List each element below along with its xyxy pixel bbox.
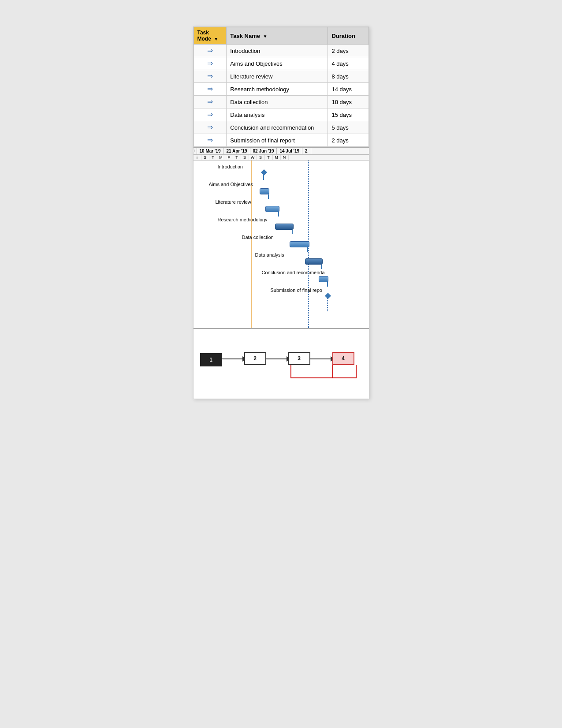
duration-header: Duration xyxy=(328,27,368,45)
duration-label: 8 days xyxy=(331,73,348,80)
gantt-label-conclusion: Conclusion and recommenda xyxy=(262,270,325,275)
table-row: ⇒Research methodology14 days xyxy=(194,83,368,96)
task-name-cell: Introduction xyxy=(227,45,328,57)
task-mode-icon: ⇒ xyxy=(207,60,213,67)
duration-cell: 14 days xyxy=(328,83,368,96)
task-mode-icon: ⇒ xyxy=(207,47,213,54)
bar-research xyxy=(275,224,294,230)
date-block-2: 21 Apr '19 xyxy=(223,148,250,154)
task-name-label: Data analysis xyxy=(230,112,264,118)
workflow-box-4: 4 xyxy=(332,352,354,365)
bar-data-collection xyxy=(290,241,309,247)
duration-label: 2 days xyxy=(331,48,348,54)
table-row: ⇒Submission of final report2 days xyxy=(194,134,368,147)
task-mode-icon: ⇒ xyxy=(207,98,213,105)
duration-cell: 18 days xyxy=(328,96,368,108)
task-mode-cell: ⇒ xyxy=(194,83,227,96)
duration-cell: 8 days xyxy=(328,70,368,83)
duration-label: 18 days xyxy=(331,99,352,105)
gantt-body: Introduction Aims and Objectives Literat… xyxy=(194,161,369,328)
task-name-cell: Data analysis xyxy=(227,108,328,121)
table-row: ⇒Literature review8 days xyxy=(194,70,368,83)
date-block-4: 14 Jul '19 xyxy=(277,148,302,154)
bar-conclusion xyxy=(319,276,328,282)
task-name-label: Literature review xyxy=(230,73,272,80)
workflow-box-1: 1 xyxy=(200,353,222,366)
table-row: ⇒Conclusion and recommendation5 days xyxy=(194,121,368,134)
table-row: ⇒Introduction2 days xyxy=(194,45,368,57)
task-mode-cell: ⇒ xyxy=(194,70,227,83)
task-name-header: Task Name ▼ xyxy=(227,27,328,45)
workflow-section: 1 2 3 4 xyxy=(194,328,369,399)
task-mode-cell: ⇒ xyxy=(194,57,227,70)
task-mode-cell: ⇒ xyxy=(194,121,227,134)
arrow-1-2 xyxy=(222,358,243,359)
gantt-label-research: Research methodology xyxy=(218,217,268,222)
duration-label: 4 days xyxy=(331,60,348,67)
table-row: ⇒Aims and Objectives4 days xyxy=(194,57,368,70)
date-block-3: 02 Jun '19 xyxy=(250,148,277,154)
task-mode-icon: ⇒ xyxy=(207,124,213,131)
date-block-1: 10 Mar '19 xyxy=(197,148,224,154)
bar-data-analysis xyxy=(305,258,323,265)
task-mode-cell: ⇒ xyxy=(194,108,227,121)
duration-cell: 2 days xyxy=(328,134,368,147)
task-name-label: Submission of final report xyxy=(230,137,295,144)
bar-aims xyxy=(260,188,269,194)
timeline-days-row: i S T M F T S W S T M N xyxy=(194,155,369,161)
task-name-label: Data collection xyxy=(230,99,268,105)
duration-label: 15 days xyxy=(331,112,352,118)
task-name-cell: Conclusion and recommendation xyxy=(227,121,328,134)
milestone-submission xyxy=(324,293,331,299)
duration-label: 2 days xyxy=(331,137,348,144)
task-name-label: Aims and Objectives xyxy=(230,60,283,67)
duration-label: 5 days xyxy=(331,124,348,131)
task-name-cell: Data collection xyxy=(227,96,328,108)
task-mode-cell: ⇒ xyxy=(194,134,227,147)
table-row: ⇒Data collection18 days xyxy=(194,96,368,108)
gantt-label-submission: Submission of final repo xyxy=(271,287,322,293)
feedback-loop-left xyxy=(290,365,291,378)
task-name-cell: Research methodology xyxy=(227,83,328,96)
workflow-box-3: 3 xyxy=(288,352,310,365)
task-mode-icon: ⇒ xyxy=(207,73,213,80)
date-block-5: 2 xyxy=(302,148,311,154)
task-mode-cell: ⇒ xyxy=(194,96,227,108)
bar-lit xyxy=(265,206,279,212)
duration-cell: 4 days xyxy=(328,57,368,70)
gantt-label-introduction: Introduction xyxy=(218,164,243,169)
task-name-cell: Aims and Objectives xyxy=(227,57,328,70)
task-mode-cell: ⇒ xyxy=(194,45,227,57)
task-name-label: Introduction xyxy=(230,48,260,54)
task-mode-icon: ⇒ xyxy=(207,111,213,118)
arrow-3-4 xyxy=(310,358,331,359)
feedback-loop-bottom xyxy=(290,377,357,378)
gantt-label-data-analysis: Data analysis xyxy=(255,252,284,258)
task-name-label: Conclusion and recommendation xyxy=(230,124,314,131)
table-row: ⇒Data analysis15 days xyxy=(194,108,368,121)
gantt-label-lit: Literature review xyxy=(216,199,251,205)
task-mode-header: Task Mode ▼ xyxy=(194,27,227,45)
task-name-label: Research methodology xyxy=(230,86,289,93)
timeline-dates-row: i 10 Mar '19 21 Apr '19 02 Jun '19 14 Ju… xyxy=(194,148,369,155)
task-name-cell: Submission of final report xyxy=(227,134,328,147)
workflow-box-2: 2 xyxy=(244,352,266,365)
duration-cell: 5 days xyxy=(328,121,368,134)
gantt-label-aims: Aims and Objectives xyxy=(209,182,253,187)
task-mode-icon: ⇒ xyxy=(207,86,213,93)
duration-cell: 15 days xyxy=(328,108,368,121)
task-mode-icon: ⇒ xyxy=(207,137,213,144)
main-container: Task Mode ▼ Task Name ▼ Duration ⇒Introd… xyxy=(193,26,369,399)
arrow-2-3 xyxy=(266,358,287,359)
gantt-table: Task Mode ▼ Task Name ▼ Duration ⇒Introd… xyxy=(194,27,369,147)
gantt-label-data-collection: Data collection xyxy=(242,235,274,240)
feedback-loop-line xyxy=(332,365,357,378)
gantt-bar-area: Introduction Aims and Objectives Literat… xyxy=(194,161,369,328)
gantt-chart-section: i 10 Mar '19 21 Apr '19 02 Jun '19 14 Ju… xyxy=(194,147,369,328)
milestone-introduction xyxy=(261,169,267,175)
task-name-cell: Literature review xyxy=(227,70,328,83)
duration-label: 14 days xyxy=(331,86,352,93)
duration-cell: 2 days xyxy=(328,45,368,57)
